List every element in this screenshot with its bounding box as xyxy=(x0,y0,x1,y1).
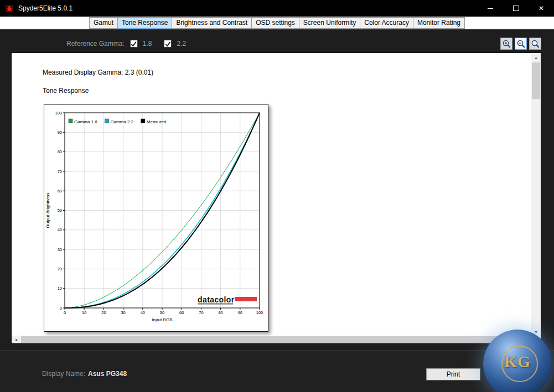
svg-text:70: 70 xyxy=(58,169,62,174)
zoom-reset-button[interactable] xyxy=(529,38,541,50)
horizontal-scrollbar-thumb[interactable] xyxy=(21,336,521,343)
maximize-button[interactable] xyxy=(503,0,529,17)
svg-text:100: 100 xyxy=(55,111,62,116)
spyder5elite-window: Spyder5Elite 5.0.1 ✕ Gamut Tone Response… xyxy=(0,0,554,392)
maximize-icon xyxy=(513,6,519,11)
svg-text:50: 50 xyxy=(160,310,164,315)
kitguru-orb-icon: KG xyxy=(483,330,552,392)
svg-text:90: 90 xyxy=(238,310,242,315)
gamma-18-label: 1.8 xyxy=(143,40,152,48)
arrow-up-icon: ▲ xyxy=(534,56,538,60)
tab-color-accuracy[interactable]: Color Accuracy xyxy=(360,17,413,29)
zoom-out-button[interactable] xyxy=(515,38,527,50)
vertical-scrollbar[interactable]: ▲ ▼ xyxy=(531,53,541,336)
scroll-left-button[interactable]: ◄ xyxy=(12,336,20,343)
gamma-22-label: 2.2 xyxy=(177,40,186,48)
svg-text:10: 10 xyxy=(58,286,62,291)
reference-gamma-label: Reference Gamma: xyxy=(66,40,125,48)
window-controls: ✕ xyxy=(478,0,554,17)
tone-response-chart: 0102030405060708090100010203040506070809… xyxy=(44,104,268,332)
zoom-controls xyxy=(500,38,541,50)
gamma-22-checkbox[interactable] xyxy=(164,40,172,48)
tab-screen-uniformity[interactable]: Screen Uniformity xyxy=(299,17,360,29)
measured-gamma-text: Measured Display Gamma: 2.3 (0.01) xyxy=(43,69,153,76)
svg-text:60: 60 xyxy=(58,189,62,194)
vertical-scrollbar-thumb[interactable] xyxy=(532,62,540,99)
svg-text:30: 30 xyxy=(121,310,125,315)
svg-text:20: 20 xyxy=(58,266,62,271)
print-button[interactable]: Print xyxy=(426,368,480,380)
display-name-label: Display Name: xyxy=(42,370,85,378)
tone-response-heading: Tone Response xyxy=(43,87,89,95)
svg-text:20: 20 xyxy=(101,310,106,315)
minimize-icon xyxy=(488,8,493,9)
svg-text:10: 10 xyxy=(82,310,86,315)
arrow-left-icon: ◄ xyxy=(14,338,18,342)
checkmark-icon xyxy=(165,41,171,47)
checkmark-icon xyxy=(131,41,137,47)
zoom-out-icon xyxy=(516,39,526,49)
reference-gamma-toolbar: Reference Gamma: 1.8 2.2 xyxy=(66,38,186,49)
close-window-button[interactable]: ✕ xyxy=(529,0,554,17)
svg-text:Input RGB: Input RGB xyxy=(152,317,172,322)
svg-text:Gamma 2.2: Gamma 2.2 xyxy=(110,119,133,124)
titlebar: Spyder5Elite 5.0.1 ✕ xyxy=(0,0,554,17)
zoom-in-icon xyxy=(502,39,511,49)
display-name: Display Name:Asus PG348 xyxy=(42,370,127,378)
footer-bar: Display Name:Asus PG348 Print Close xyxy=(0,350,554,392)
tab-gamut[interactable]: Gamut xyxy=(89,17,118,29)
svg-text:60: 60 xyxy=(179,310,184,315)
svg-text:Measured: Measured xyxy=(147,119,167,124)
tab-brightness-and-contrast[interactable]: Brightness and Contrast xyxy=(172,17,252,29)
svg-text:50: 50 xyxy=(58,208,62,213)
zoom-in-button[interactable] xyxy=(500,38,512,50)
svg-text:80: 80 xyxy=(218,310,222,315)
zoom-reset-icon xyxy=(531,39,540,49)
horizontal-scrollbar[interactable]: ◄ ► xyxy=(12,336,541,343)
svg-text:Output Brightness: Output Brightness xyxy=(45,192,50,228)
tab-tone-response[interactable]: Tone Response xyxy=(117,17,172,29)
svg-text:0: 0 xyxy=(64,310,66,315)
tab-monitor-rating[interactable]: Monitor Rating xyxy=(413,17,465,29)
svg-text:Gamma 1.8: Gamma 1.8 xyxy=(74,119,97,124)
tab-bar: Gamut Tone Response Brightness and Contr… xyxy=(0,17,554,29)
svg-text:100: 100 xyxy=(256,310,263,315)
svg-text:0: 0 xyxy=(60,306,62,311)
svg-text:datacolor: datacolor xyxy=(198,295,235,304)
svg-text:30: 30 xyxy=(58,247,62,252)
gamma-18-checkbox[interactable] xyxy=(130,40,138,48)
kitguru-watermark: KG xyxy=(483,330,552,392)
svg-text:70: 70 xyxy=(199,310,203,315)
display-name-value: Asus PG348 xyxy=(88,370,127,378)
svg-text:80: 80 xyxy=(58,149,62,154)
scroll-up-button[interactable]: ▲ xyxy=(531,53,541,62)
report-panel: Measured Display Gamma: 2.3 (0.01) Tone … xyxy=(11,53,541,344)
svg-text:90: 90 xyxy=(58,130,62,135)
svg-text:40: 40 xyxy=(141,310,145,315)
minimize-button[interactable] xyxy=(478,0,503,17)
spyder-logo-icon xyxy=(5,4,14,13)
window-title: Spyder5Elite 5.0.1 xyxy=(18,4,73,12)
kg-monogram: KG xyxy=(483,352,552,371)
tab-osd-settings[interactable]: OSD settings xyxy=(251,17,299,29)
close-icon: ✕ xyxy=(539,5,544,12)
svg-text:40: 40 xyxy=(58,227,62,232)
